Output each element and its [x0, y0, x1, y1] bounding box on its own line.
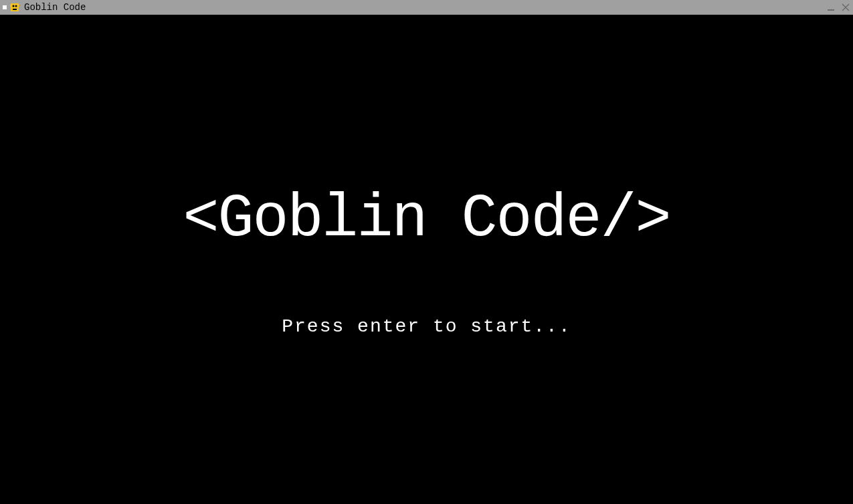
titlebar-left: Goblin Code — [3, 2, 86, 13]
game-title: <Goblin Code/> — [183, 185, 670, 253]
window-title: Goblin Code — [24, 2, 86, 13]
app-icon — [9, 2, 20, 13]
svg-point-1 — [13, 5, 15, 7]
system-menu-icon[interactable] — [3, 5, 7, 9]
svg-point-2 — [15, 5, 17, 7]
game-start-screen[interactable]: <Goblin Code/> Press enter to start... — [0, 15, 853, 504]
svg-rect-3 — [13, 9, 17, 10]
titlebar-controls — [826, 0, 850, 15]
svg-rect-0 — [11, 3, 19, 11]
window-titlebar: Goblin Code — [0, 0, 853, 15]
close-button[interactable] — [841, 3, 850, 12]
minimize-button[interactable] — [826, 3, 836, 12]
svg-rect-5 — [18, 5, 19, 7]
start-prompt: Press enter to start... — [282, 316, 571, 337]
svg-rect-4 — [10, 5, 11, 7]
